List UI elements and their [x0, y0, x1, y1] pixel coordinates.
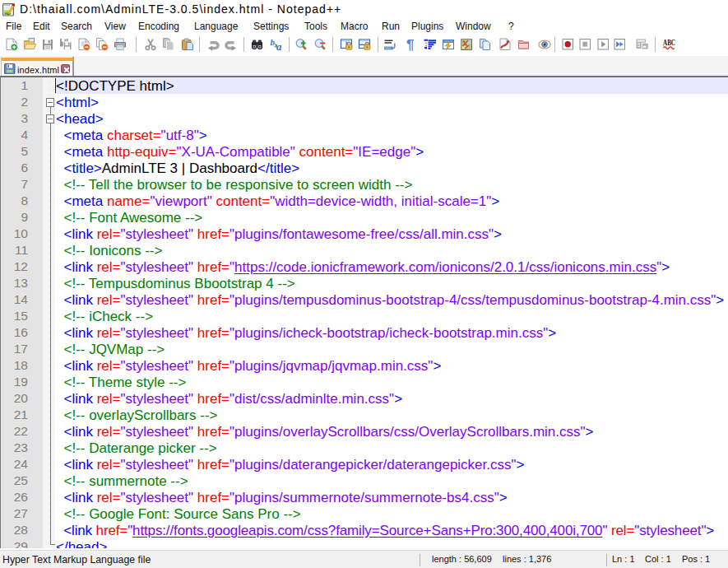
svg-text:¶: ¶ [406, 38, 414, 51]
svg-text:b: b [270, 38, 275, 47]
svg-text:a: a [276, 40, 282, 52]
svg-text:ABC: ABC [663, 39, 675, 47]
